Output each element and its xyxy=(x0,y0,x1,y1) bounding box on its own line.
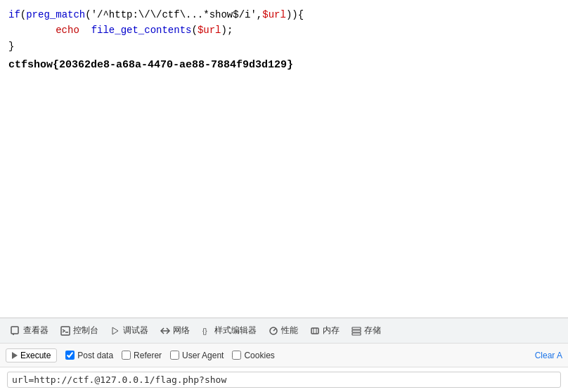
devtools-network-label: 网络 xyxy=(173,325,190,337)
cookies-checkbox[interactable] xyxy=(232,351,241,360)
cookies-label: Cookies xyxy=(244,351,274,360)
svg-rect-14 xyxy=(352,333,361,335)
flag-line: ctfshow{20362de8-a68a-4470-ae88-7884f9d3… xyxy=(8,57,560,74)
execute-bar: Execute Post data Referer User Agent Coo… xyxy=(0,343,568,367)
devtools-style-label: 样式编辑器 xyxy=(214,325,257,337)
svg-rect-9 xyxy=(311,328,318,334)
code-line-2: echo file_get_contents($url); xyxy=(8,22,560,38)
post-data-checkbox[interactable] xyxy=(65,351,75,360)
devtools-inspector-label: 查看器 xyxy=(23,325,49,337)
network-icon xyxy=(160,325,171,337)
devtools-storage-label: 存储 xyxy=(364,325,381,337)
referer-label: Referer xyxy=(134,351,162,360)
devtools-debugger-btn[interactable]: 调试器 xyxy=(105,322,153,339)
svg-text:{}: {} xyxy=(202,327,207,335)
style-icon: {} xyxy=(201,325,212,337)
devtools-memory-label: 内存 xyxy=(323,325,340,337)
devtools-perf-btn[interactable]: 性能 xyxy=(264,322,302,339)
code-line-3: } xyxy=(8,39,560,54)
devtools-memory-btn[interactable]: 内存 xyxy=(305,322,344,339)
referer-checkbox[interactable] xyxy=(122,351,131,360)
user-agent-checkbox[interactable] xyxy=(170,351,179,360)
memory-icon xyxy=(309,325,321,337)
storage-icon xyxy=(351,325,362,337)
devtools-console-btn[interactable]: 控制台 xyxy=(56,322,103,339)
console-icon xyxy=(60,325,71,337)
devtools-toolbar: 查看器 控制台 调试器 网络 xyxy=(0,318,568,343)
user-agent-checkbox-label[interactable]: User Agent xyxy=(170,351,224,360)
post-data-checkbox-label[interactable]: Post data xyxy=(65,351,113,360)
svg-line-8 xyxy=(273,329,276,331)
devtools-inspect-btn[interactable]: 查看器 xyxy=(6,322,53,339)
clear-button[interactable]: Clear A xyxy=(535,351,562,360)
execute-label: Execute xyxy=(20,351,51,360)
perf-icon xyxy=(268,325,279,337)
devtools-debugger-label: 调试器 xyxy=(123,325,148,337)
cookies-checkbox-label[interactable]: Cookies xyxy=(232,351,274,360)
inspect-icon xyxy=(10,325,21,337)
code-line-1: if(preg_match('/^http:\/\/ctf\...*show$/… xyxy=(8,7,560,22)
code-area: if(preg_match('/^http:\/\/ctf\...*show$/… xyxy=(0,0,568,318)
url-input[interactable] xyxy=(7,372,561,388)
devtools-style-btn[interactable]: {} 样式编辑器 xyxy=(197,322,261,339)
play-icon xyxy=(12,352,18,359)
debugger-icon xyxy=(110,325,121,337)
svg-marker-4 xyxy=(112,327,118,334)
user-agent-label: User Agent xyxy=(182,351,224,360)
svg-rect-12 xyxy=(352,327,361,329)
url-bar xyxy=(0,367,568,392)
devtools-storage-btn[interactable]: 存储 xyxy=(347,322,385,339)
svg-rect-13 xyxy=(352,330,361,332)
referer-checkbox-label[interactable]: Referer xyxy=(122,351,162,360)
devtools-perf-label: 性能 xyxy=(281,325,298,337)
post-data-label: Post data xyxy=(77,351,113,360)
devtools-console-label: 控制台 xyxy=(73,325,98,337)
svg-rect-0 xyxy=(11,327,18,334)
execute-button[interactable]: Execute xyxy=(6,348,57,362)
devtools-network-btn[interactable]: 网络 xyxy=(155,322,194,339)
